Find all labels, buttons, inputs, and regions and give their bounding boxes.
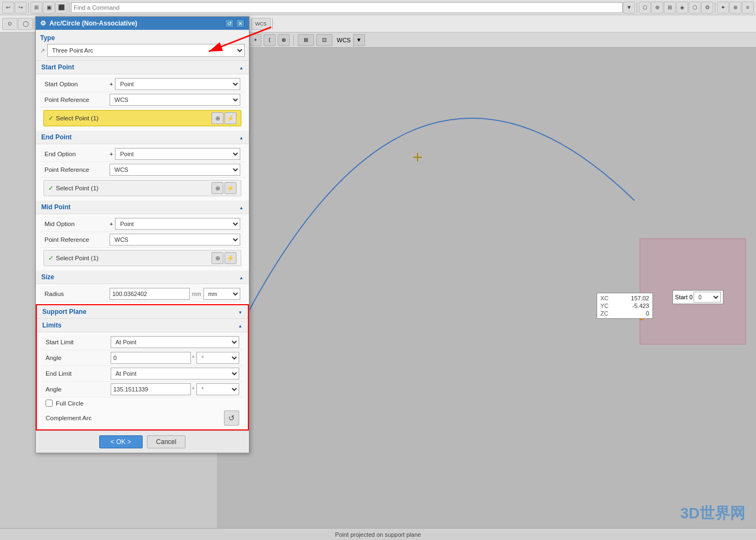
radius-input[interactable] [110,288,190,300]
size-chevron[interactable] [239,273,244,281]
support-plane-label: Support Plane [42,308,86,316]
start-point-chevron[interactable] [239,63,244,71]
close-button[interactable]: ✕ [236,19,245,28]
angle2-unit-select[interactable]: ° [196,383,239,395]
undo-btn[interactable]: ↩ [2,2,14,14]
vp-btn3[interactable]: + [249,34,261,46]
tb4[interactable]: ⬡ [639,2,651,14]
tb6[interactable]: ⊞ [664,2,676,14]
vp-btn6[interactable]: ⊞ [298,34,314,46]
mid-point-chevron[interactable] [239,203,244,211]
start-limit-select[interactable]: At Point [111,336,239,348]
logo-3d-watermark: 3D世界网 [680,503,745,524]
mid-lightning-btn[interactable]: ⚡ [225,252,236,264]
sep2 [69,2,69,13]
tb8[interactable]: ⬡ [689,2,701,14]
mid-reference-label: Point Reference [44,236,110,243]
vp-btn7[interactable]: ⊡ [316,34,332,46]
tb3[interactable]: ⬛ [55,2,67,14]
vp-btn5[interactable]: ⊕ [278,34,290,46]
sep4 [715,2,715,13]
mid-option-select[interactable]: Point [115,218,240,230]
status-text: Point projected on support plane [335,531,421,538]
start-lightning-btn[interactable]: ⚡ [225,112,236,124]
mid-reference-row: Point Reference WCS [40,232,245,248]
size-content: Radius mm mm [36,284,249,304]
full-circle-checkbox[interactable] [46,400,53,407]
start-label: Start [675,294,688,300]
end-option-wrap: + Point [110,148,240,160]
gear-icon: ⚙ [40,20,46,27]
end-point-label: End Point [41,133,72,141]
end-reference-select[interactable]: WCS [110,164,240,176]
sep9 [272,18,273,29]
tb9[interactable]: ⚙ [701,2,713,14]
start-select[interactable]: 0 [694,292,721,303]
mid-option-label: Mid Option [44,221,110,227]
wcs-button[interactable]: WCS [251,18,271,30]
tb10[interactable]: ✦ [717,2,729,14]
angle1-unit-select[interactable]: ° [196,352,239,364]
degree1-symbol: ° [192,355,194,361]
tb2[interactable]: ▣ [43,2,55,14]
wcs-label: WCS [337,37,351,43]
dialog-title: Arc/Circle (Non-Associative) [49,20,137,27]
angle2-input[interactable] [111,383,191,395]
end-limit-select[interactable]: At Point [111,368,239,380]
tb-r2-1[interactable]: ⊙ [2,18,17,30]
start-add-point-btn[interactable]: ⊕ [212,112,223,124]
tb5[interactable]: ⊕ [651,2,663,14]
angle2-row: Angle ° ° [41,382,244,397]
angle1-row: Angle ° ° [41,350,244,366]
start-reference-label: Point Reference [44,97,110,103]
tb11[interactable]: ⊛ [729,2,741,14]
tb7[interactable]: ◈ [676,2,688,14]
radius-label: Radius [44,291,110,297]
support-plane-header: Support Plane [37,305,248,319]
radius-unit-select[interactable]: mm [203,288,240,300]
support-plane-chevron[interactable] [238,308,242,316]
limits-chevron[interactable] [238,322,242,329]
xc-key: XC [600,295,614,301]
titlebar-buttons: ↺ ✕ [225,19,245,28]
mid-add-point-btn[interactable]: ⊕ [212,252,223,264]
vp-btn4[interactable]: ⟨ [264,34,276,46]
end-select-point-row: ✓ Select Point (1) ⊕ ⚡ [43,180,241,196]
find-btn[interactable]: ▼ [623,2,635,14]
angle1-input[interactable] [111,352,191,364]
start-option-row: Start Option + Point [40,76,245,92]
vp-sep [293,35,294,46]
tb12[interactable]: ≡ [742,2,754,14]
start-option-select[interactable]: Point [115,78,240,90]
cancel-button[interactable]: Cancel [147,435,185,448]
checkmark-start: ✓ [48,114,54,122]
start-option-label: Start Option [44,81,110,87]
plus-icon-mid: + [110,221,113,227]
angle1-input-wrap: ° [111,352,195,364]
wcs-dropdown[interactable]: ▼ [353,34,365,46]
mid-option-wrap: + Point [110,218,240,230]
start-dropdown[interactable]: Start 0 0 [672,290,723,304]
angle2-input-wrap: ° [111,383,195,395]
redo-btn[interactable]: ↪ [15,2,27,14]
ok-button[interactable]: < OK > [99,435,143,448]
tb1[interactable]: ⊞ [30,2,42,14]
start-reference-select[interactable]: WCS [110,94,240,106]
refresh-button[interactable]: ↺ [225,19,234,28]
complement-arc-btn[interactable]: ↺ [224,410,239,426]
start-point-label: Start Point [41,63,74,71]
end-lightning-btn[interactable]: ⚡ [225,182,236,194]
end-point-chevron[interactable] [239,133,244,141]
tb-r2-2[interactable]: ◯ [18,18,33,30]
size-label: Size [41,273,54,281]
start-point-section: Start Point Start Option + Point Point R… [36,61,249,131]
mid-reference-select[interactable]: WCS [110,234,240,246]
limits-header: Limits [37,319,248,332]
start-reference-wrap: WCS [110,94,240,106]
end-option-select[interactable]: Point [115,148,240,160]
size-section: Size Radius mm mm [36,271,249,304]
end-add-point-btn[interactable]: ⊕ [212,182,223,194]
xc-value: 157.02 [614,295,649,301]
find-command-input[interactable] [71,2,623,13]
type-select[interactable]: Three Point Arc Two Point Arc Arc by Cen… [47,44,245,57]
